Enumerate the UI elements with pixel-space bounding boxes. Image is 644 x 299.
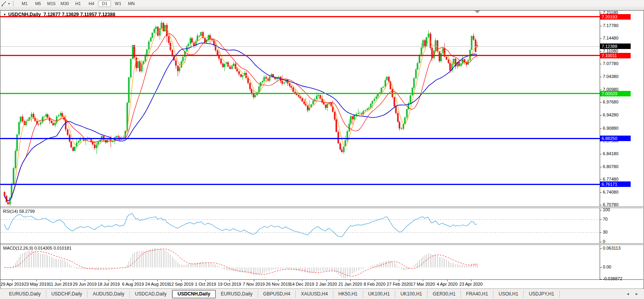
cursor-tool-icon[interactable] [1,1,7,6]
timeframe-button-d1[interactable]: D1 [98,0,111,7]
symbol-tab-usoil-h1[interactable]: USOil,H1 [493,290,524,298]
chart-ohlc-values: 7.12677 7.13629 7.11957 7.12388 [44,12,115,17]
timeframe-button-m5[interactable]: M5 [32,0,44,7]
symbol-tab-gbpusd-h4[interactable]: GBPUSD,H4 [258,290,296,298]
axis-tick [600,267,602,268]
axis-tick [600,141,602,141]
date-axis-tick [157,280,158,281]
symbol-tab-usdjpy-h1[interactable]: USDJPY,H1 [524,290,559,298]
axis-tick [600,129,602,129]
symbol-tab-fra40-h1[interactable]: FRA40,H1 [461,290,493,298]
symbol-tab-usdcad-daily[interactable]: USDCAD,Daily [130,290,172,298]
level-price-label: 7.10011 [600,53,631,58]
symbol-tab-uk100-h1[interactable]: UK100,H1 [363,290,395,298]
axis-tick [600,26,602,26]
symbol-tab-hk50-h1[interactable]: HK50,H1 [333,290,363,298]
axis-tick-label: -0.038872 [603,276,622,281]
axis-tick [600,38,602,39]
pane-splitter[interactable] [0,243,643,245]
axis-tick-label: 6.84180 [603,151,619,156]
axis-tick [600,179,602,180]
symbol-tab-usdcnh-daily[interactable]: USDCNH,Daily [172,290,216,298]
axis-tick-label: 6.80780 [603,164,619,169]
date-axis-label: 23 May 2019 [24,282,49,286]
date-axis-label: 17 Mar 2020 [411,282,435,286]
rsi-pane[interactable]: RSI(14) 58.2799 [0,208,643,243]
tab-scroll-right-icon[interactable]: ► [635,292,639,296]
rsi-chart-canvas[interactable] [0,208,600,243]
symbol-tab-uk100-h1[interactable]: UK100,H1 [395,290,428,298]
timeframe-buttons: M1M5M15M30H1H4D1W1MN [18,0,138,7]
toolbar-grip[interactable] [13,1,15,6]
symbol-tab-eurusd-daily[interactable]: EURUSD,Daily [4,290,46,298]
date-axis-tick [302,280,302,281]
trading-platform-screen: ▾ M1M5M15M30H1H4D1W1MN ▼USDCNH,Daily 7.1… [0,0,644,299]
timeframe-button-m1[interactable]: M1 [18,0,31,7]
axis-tick [600,77,602,77]
level-price-label: 6.76171 [600,181,631,187]
cursor-tool-dropdown-icon[interactable]: ▾ [8,2,10,5]
level-price-label: 6.88250 [600,136,631,141]
symbol-tab-xauusd-h4[interactable]: XAUUSD,H4 [296,290,333,298]
symbol-tab-ger30-h1[interactable]: GER30,H1 [428,290,461,298]
timeframe-button-mn[interactable]: MN [125,0,138,7]
horizontal-level-line-6.88250[interactable] [0,138,600,139]
timeframe-button-m30[interactable]: M30 [58,0,71,7]
tab-scroll-left-icon[interactable]: ◄ [626,292,629,296]
date-axis-tick [278,280,278,281]
date-axis-tick [350,280,351,281]
axis-tick [600,205,602,205]
date-axis-tick [254,280,254,281]
symbol-tab-bar: EURUSD,DailyUSDCHF,DailyAUDUSD,DailyUSDC… [0,288,644,299]
date-axis-label: 4 Apr 2020 [437,282,457,286]
axis-tick-label: 6.77480 [603,177,619,181]
date-axis-tick [60,280,61,281]
date-axis[interactable]: 29 Apr 201923 May 201911 Jun 201929 Jun … [0,279,643,288]
date-axis-label: 11 Jun 2019 [49,282,72,286]
date-axis-label: 1 Oct 2019 [195,282,216,286]
axis-tick [600,232,602,233]
axis-tick-label: 7.07780 [603,61,619,66]
timeframe-button-h1[interactable]: H1 [72,0,84,7]
date-axis-tick [181,280,182,281]
chart-shift-marker[interactable] [475,11,480,13]
date-axis-tick [447,280,448,281]
horizontal-level-line-7.10011[interactable] [0,55,600,56]
symbol-tab-usdchf-daily[interactable]: USDCHF,Daily [46,290,88,298]
axis-tick-label: 7.17780 [603,23,619,28]
axis-tick [600,192,602,193]
timeframe-button-w1[interactable]: W1 [112,0,124,7]
date-axis-label: 29 Jun 2019 [73,282,97,286]
axis-tick [600,102,602,103]
price-pane[interactable]: ▼USDCNH,Daily 7.12677 7.13629 7.11957 7.… [0,11,643,207]
date-axis-tick [133,280,133,281]
chart-menu-icon[interactable]: ▼ [3,13,6,16]
timeframe-button-h4[interactable]: H4 [85,0,98,7]
date-axis-label: 27 Feb 2020 [387,282,411,286]
pane-splitter[interactable] [0,207,643,208]
date-axis-tick [206,280,206,281]
date-axis-label: 21 Jan 2020 [338,282,362,286]
date-axis-tick [85,280,85,281]
horizontal-level-line-6.76171[interactable] [0,184,600,185]
axis-tick [600,242,602,242]
axis-tick [600,210,602,210]
symbol-tab-eurusd-daily[interactable]: EURUSD,Daily [216,290,258,298]
chart-title: ▼USDCNH,Daily 7.12677 7.13629 7.11957 7.… [3,12,115,17]
axis-tick [600,279,602,279]
axis-tick [600,13,602,13]
horizontal-level-line-7.00029[interactable] [0,93,600,94]
timeframe-button-m15[interactable]: M15 [45,0,58,7]
macd-chart-canvas[interactable] [0,245,600,279]
date-axis-label: 14 Dec 2019 [290,282,314,286]
rsi-label: RSI(14) 58.2799 [3,209,35,214]
date-axis-label: 19 Oct 2019 [218,282,241,286]
candlestick-chart-canvas[interactable] [0,11,600,207]
date-axis-label: 6 Aug 2019 [122,282,144,286]
symbol-tab-audusd-daily[interactable]: AUDUSD,Daily [87,290,130,298]
date-axis-label: 12 Sep 2019 [169,282,193,286]
axis-tick-label: 6.94280 [603,112,619,117]
axis-tick [600,219,602,220]
macd-pane[interactable]: MACD(12,26,9) 0.014305 0.010181 [0,245,643,279]
date-axis-tick [36,280,37,281]
